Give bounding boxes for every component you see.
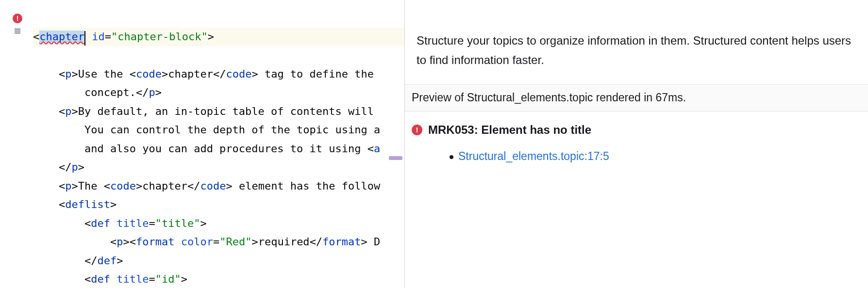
scrollbar-thumb[interactable] — [389, 156, 402, 160]
attr-id: id — [92, 31, 105, 43]
svg-rect-2 — [15, 32, 20, 33]
tag-bracket: < — [33, 31, 39, 43]
preview-paragraph: Structure your topics to organize inform… — [405, 0, 868, 84]
intention-bulb-icon[interactable] — [14, 27, 21, 37]
error-icon — [412, 125, 422, 135]
text-cursor — [84, 31, 85, 46]
tag-bracket: > — [208, 31, 214, 43]
svg-rect-1 — [15, 31, 20, 32]
svg-rect-0 — [15, 29, 20, 30]
bullet-icon — [450, 155, 453, 159]
problems-panel: MRK053: Element has no title Structural_… — [405, 112, 868, 175]
code-editor[interactable]: <chapter id="chapter-block"> <p>Use the … — [33, 0, 404, 288]
problem-location-link[interactable]: Structural_elements.topic:17:5 — [458, 150, 609, 162]
preview-status: Preview of Structural_elements.topic ren… — [405, 84, 868, 112]
problem-title: MRK053: Element has no title — [428, 120, 591, 140]
preview-pane: Structure your topics to organize inform… — [405, 0, 868, 288]
error-icon[interactable] — [13, 14, 22, 23]
tag-chapter: chapter — [39, 31, 84, 43]
editor-gutter — [0, 0, 33, 288]
attr-id-value: "chapter-block" — [111, 31, 208, 43]
problem-item[interactable]: MRK053: Element has no title — [412, 120, 861, 140]
